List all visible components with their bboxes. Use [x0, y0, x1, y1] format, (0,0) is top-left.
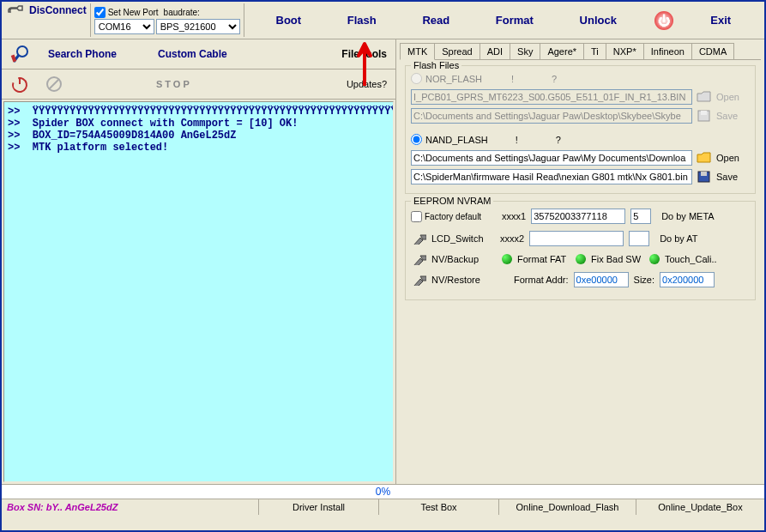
svg-rect-10 — [701, 172, 707, 176]
left-toolbar-1: Search Phone Custom Cable File tools — [2, 39, 395, 70]
format-addr-label: Format Addr: — [514, 275, 569, 285]
nav-boot[interactable]: Boot — [268, 10, 311, 30]
nand-save-button[interactable]: Save — [716, 172, 738, 182]
power-small-icon[interactable] — [10, 75, 29, 94]
tab-mtk[interactable]: MTK — [400, 43, 435, 60]
file-tools-button[interactable]: File tools — [341, 48, 387, 60]
eeprom-group: EEPROM NVRAM Factory default xxxx1 Do by… — [405, 201, 756, 300]
main-nav: Boot Flash Read Format Unlock ⏻ Exit — [244, 3, 763, 37]
port-select[interactable]: COM16 — [94, 19, 154, 34]
nav-format[interactable]: Format — [487, 10, 542, 30]
disconnect-button[interactable]: DisConnect — [29, 4, 87, 16]
folder-open-icon[interactable] — [696, 151, 713, 165]
plug-icon — [7, 3, 27, 17]
disk-icon — [696, 109, 713, 123]
do-by-at-button[interactable]: Do by AT — [654, 232, 720, 245]
nand-flash-label: NAND_FLASH — [425, 135, 488, 145]
nav-unlock[interactable]: Unlock — [571, 10, 625, 30]
nor-flash-radio[interactable] — [411, 73, 422, 84]
updates-button[interactable]: Updates? — [347, 79, 387, 89]
do-by-meta-button[interactable]: Do by META — [656, 209, 721, 223]
set-new-port-checkbox[interactable]: Set New Port — [94, 7, 159, 18]
xxxx1-input[interactable] — [531, 209, 625, 224]
flash-files-title: Flash Files — [411, 60, 461, 70]
tab-spread[interactable]: Spread — [434, 43, 480, 59]
nand-path-1[interactable] — [411, 150, 692, 166]
driver-install-button[interactable]: Driver Install — [259, 499, 379, 515]
tab-sky[interactable]: Sky — [510, 43, 540, 59]
xxxx2-input-b[interactable] — [629, 231, 649, 246]
nav-flash[interactable]: Flash — [339, 10, 385, 30]
svg-line-6 — [49, 79, 59, 89]
nor-open-1: Open — [716, 92, 739, 102]
disk-save-icon[interactable] — [696, 170, 713, 184]
format-addr-input[interactable] — [574, 272, 629, 287]
nv-backup-button[interactable]: NV/Backup — [431, 254, 497, 264]
platform-tabs: MTK Spread ADI Sky Agere* Ti NXP* Infine… — [400, 43, 761, 60]
factory-default-checkbox[interactable]: Factory default — [411, 211, 497, 222]
left-toolbar-2: STOP Updates? — [2, 70, 395, 100]
hammer-icon — [411, 274, 426, 286]
lcd-switch-button[interactable]: LCD_Switch — [431, 233, 495, 244]
dot-icon — [576, 254, 586, 264]
search-phone-button[interactable]: Search Phone — [48, 48, 117, 60]
tab-cdma[interactable]: CDMA — [691, 43, 734, 59]
top-toolbar: DisConnect Set New Port baudrate: COM16 … — [2, 2, 764, 39]
right-panel: MTK Spread ADI Sky Agere* Ti NXP* Infine… — [396, 39, 764, 484]
format-fat-button[interactable]: Format FAT — [517, 254, 570, 264]
search-icon — [10, 45, 33, 63]
status-bar: Box SN: bY.. AnGeL25dZ Driver Install Te… — [2, 499, 764, 515]
baudrate-label: baudrate: — [164, 8, 200, 17]
svg-rect-8 — [701, 111, 707, 115]
folder-icon — [696, 90, 713, 104]
size-label: Size: — [634, 275, 654, 285]
xxxx1-input-b[interactable] — [630, 209, 651, 224]
tab-nxp[interactable]: NXP* — [606, 43, 644, 59]
hammer-icon — [411, 253, 426, 265]
online-download-button[interactable]: Online_Download_Flash — [499, 499, 636, 515]
nor-path-2 — [411, 108, 692, 124]
nor-save-1: Save — [716, 111, 738, 121]
nand-path-2[interactable] — [411, 169, 692, 184]
hammer-icon — [411, 233, 426, 245]
power-icon[interactable]: ⏻ — [654, 11, 673, 30]
baudrate-select[interactable]: BPS_921600 — [156, 19, 240, 34]
tab-ti[interactable]: Ti — [583, 43, 606, 59]
nor-flash-label: NOR_FLASH — [425, 74, 482, 84]
tab-agere[interactable]: Agere* — [540, 43, 584, 59]
nav-read[interactable]: Read — [413, 10, 458, 30]
test-box-button[interactable]: Test Box — [379, 499, 499, 515]
connection-section: DisConnect — [3, 3, 91, 37]
eeprom-title: EEPROM NVRAM — [411, 196, 493, 206]
tab-adi[interactable]: ADI — [480, 43, 510, 59]
custom-cable-button[interactable]: Custom Cable — [158, 48, 227, 60]
online-update-button[interactable]: Online_Update_Box — [636, 499, 764, 515]
touch-cali-button[interactable]: Touch_Cali.. — [665, 254, 717, 264]
progress-bar: 0% — [2, 484, 764, 499]
xxxx2-input[interactable] — [529, 231, 624, 246]
nand-open-button[interactable]: Open — [716, 153, 739, 163]
xxxx1-label: xxxx1 — [502, 211, 526, 221]
log-output: >> ŸŸŸŸŸŸŸŸŸŸŸŸŸŸŸŸŸŸŸŸŸŸŸŸŸŸŸŸŸŸŸŸŸŸŸŸŸ… — [3, 101, 394, 482]
dot-icon — [649, 254, 660, 264]
cancel-icon[interactable] — [45, 75, 63, 94]
xxxx2-label: xxxx2 — [500, 233, 524, 244]
dot-icon — [502, 254, 512, 264]
tab-infineon[interactable]: Infineon — [643, 43, 692, 59]
box-sn: Box SN: bY.. AnGeL25dZ — [2, 499, 259, 515]
size-input[interactable] — [660, 272, 715, 287]
flash-files-group: Flash Files NOR_FLASH ! ? Open Save — [405, 65, 756, 194]
fix-bad-sw-button[interactable]: Fix Bad SW — [591, 254, 644, 264]
main-area: Search Phone Custom Cable File tools STO… — [2, 39, 764, 484]
nav-exit[interactable]: Exit — [702, 10, 739, 30]
nand-flash-radio[interactable] — [411, 134, 422, 145]
nv-restore-button[interactable]: NV/Restore — [431, 275, 509, 285]
nor-path-1 — [411, 89, 692, 105]
port-section: Set New Port baudrate: COM16 BPS_921600 — [91, 7, 244, 34]
stop-button[interactable]: STOP — [156, 79, 192, 89]
left-panel: Search Phone Custom Cable File tools STO… — [2, 39, 396, 484]
